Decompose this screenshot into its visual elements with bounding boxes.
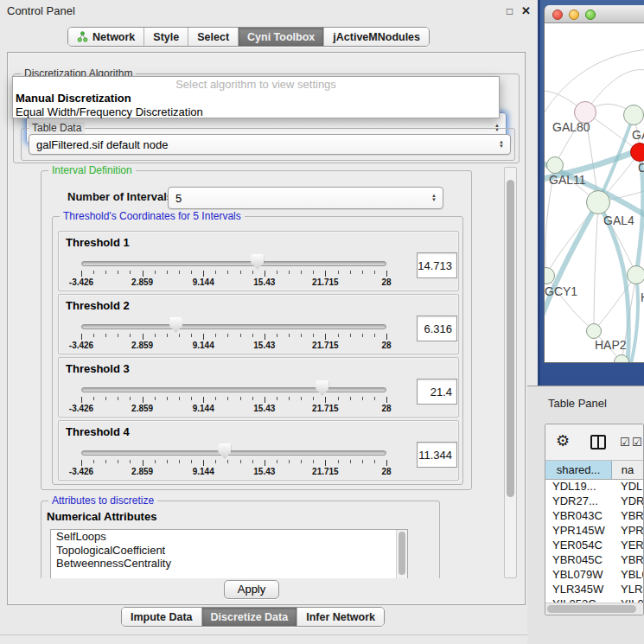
cell-name: YLR3 <box>612 583 643 597</box>
slider-track[interactable] <box>81 324 386 329</box>
table-row[interactable]: YDR27...YDR2 <box>545 494 643 509</box>
tab-select[interactable]: Select <box>188 28 239 46</box>
attribute-item[interactable]: BetweennessCentrality <box>51 557 407 571</box>
node-table: ⚙ ☑ ☑ shared... na YDL19...YDL1YDR27...Y… <box>545 424 644 615</box>
popup-option-manual-discretization[interactable]: Manual Discretization <box>13 92 499 105</box>
slider-thumb[interactable] <box>316 380 328 396</box>
popup-option-equal-width-frequency[interactable]: Equal Width/Frequency Discretization <box>13 105 499 119</box>
tab-jactivemnodules[interactable]: jActiveMNodules <box>324 28 429 46</box>
table-row[interactable]: YBR043CYBR0 <box>545 509 643 524</box>
split-columns-icon[interactable] <box>590 435 606 450</box>
table-data-select[interactable]: galFiltered.sif default node ▲▼ <box>29 134 511 155</box>
slider-tick-labels: -3.4262.8599.14415.4321.71528 <box>81 341 386 351</box>
tick-label: -3.426 <box>69 277 93 287</box>
network-canvas[interactable]: GAL80GACGAL11GAL4GCY1HHAP2 <box>545 23 644 363</box>
gear-icon[interactable]: ⚙ <box>556 432 570 450</box>
top-tab-bar: NetworkStyleSelectCyni ToolboxjActiveMNo… <box>67 27 430 47</box>
network-node-c[interactable] <box>630 143 644 162</box>
close-window-icon[interactable] <box>552 10 563 20</box>
number-of-intervals-select[interactable]: 5 ▲▼ <box>168 187 443 209</box>
cell-name: YDL1 <box>612 480 643 494</box>
settings-vertical-scrollbar[interactable] <box>504 167 517 578</box>
slider-track[interactable] <box>81 387 386 392</box>
slider-track[interactable] <box>81 261 386 266</box>
tab-style[interactable]: Style <box>144 28 188 46</box>
slider-ticks <box>81 397 386 404</box>
attributes-list-scrollbar[interactable] <box>396 530 407 578</box>
threshold-value-field[interactable]: 11.344 <box>417 442 457 468</box>
tick-label: 21.715 <box>312 277 339 287</box>
table-toolbar: ⚙ ☑ ☑ <box>545 424 643 461</box>
table-horizontal-scrollbar[interactable] <box>545 603 643 615</box>
minimize-window-icon[interactable] <box>569 10 579 20</box>
table-row[interactable]: YBR045CYBR0 <box>545 553 643 568</box>
network-node-h[interactable] <box>627 265 644 284</box>
close-icon[interactable]: ✕ <box>521 4 531 17</box>
number-of-intervals-value: 5 <box>175 192 182 205</box>
table-row[interactable]: YDL19...YDL1 <box>545 480 643 494</box>
checkbox-icon[interactable]: ☑ <box>632 436 642 449</box>
tab-label: Network <box>92 31 135 43</box>
network-window-titlebar[interactable] <box>545 5 644 23</box>
cell-name: YER0 <box>612 539 643 553</box>
slider-ticks <box>81 271 386 277</box>
tab-label: Discretize Data <box>211 611 289 623</box>
slider-thumb[interactable] <box>218 443 231 459</box>
threshold-value-field[interactable]: 6.316 <box>417 316 457 341</box>
cell-name: YBL0 <box>612 568 643 583</box>
node-label: GAL80 <box>552 120 590 134</box>
network-node-gal4[interactable] <box>586 190 610 214</box>
slider-thumb[interactable] <box>169 317 182 333</box>
slider-thumb[interactable] <box>251 254 264 270</box>
tab-network[interactable]: Network <box>68 28 144 46</box>
group-title-table-data: Table Data <box>29 122 85 135</box>
cell-shared-name: YLR345W <box>545 583 612 597</box>
attributes-list[interactable]: SelfLoopsTopologicalCoefficientBetweenne… <box>50 529 408 578</box>
slider-track[interactable] <box>81 450 386 456</box>
threshold-value-field[interactable]: 14.713 <box>417 252 457 278</box>
tick-label: 28 <box>381 404 391 413</box>
threshold-label: Threshold 1 <box>66 236 130 249</box>
table-row[interactable]: YBL079WYBL0 <box>545 568 643 583</box>
tick-label: -3.426 <box>69 341 93 350</box>
slider-tick-labels: -3.4262.8599.14415.4321.71528 <box>81 467 386 477</box>
network-node-hap2[interactable] <box>586 323 602 339</box>
table-row[interactable]: YER054CYER0 <box>545 539 643 553</box>
zoom-window-icon[interactable] <box>585 10 596 20</box>
group-title-attributes: Attributes to discretize <box>48 494 157 507</box>
threshold-label: Threshold 3 <box>66 362 130 375</box>
network-node-ga[interactable] <box>623 105 644 125</box>
slider-ticks <box>81 460 386 467</box>
node-label: HAP2 <box>595 338 627 352</box>
tab-label: Style <box>153 31 179 43</box>
tick-label: 2.859 <box>131 467 153 476</box>
tab-label: jActiveMNodules <box>333 31 420 43</box>
tick-label: 2.859 <box>131 341 153 350</box>
network-node-gal11[interactable] <box>546 156 564 174</box>
column-header-name[interactable]: na <box>612 461 643 479</box>
stepper-icon: ▲▼ <box>431 194 437 202</box>
table-row[interactable]: YPR145WYPR1 <box>545 524 643 539</box>
attribute-item[interactable]: SelfLoops <box>51 530 407 544</box>
checkbox-icon[interactable]: ☑ <box>620 436 630 449</box>
float-window-icon[interactable]: □ <box>507 5 513 17</box>
tab-discretize-data[interactable]: Discretize Data <box>202 608 298 626</box>
slider-tick-labels: -3.4262.8599.14415.4321.71528 <box>81 277 386 288</box>
tick-label: 9.144 <box>193 404 214 413</box>
tab-label: Infer Network <box>306 611 375 623</box>
attributes-group: Attributes to discretize Numerical Attri… <box>41 501 440 578</box>
column-header-shared-name[interactable]: shared... <box>545 461 612 479</box>
tab-impute-data[interactable]: Impute Data <box>122 608 202 626</box>
tab-infer-network[interactable]: Infer Network <box>297 608 384 626</box>
tab-cyni-toolbox[interactable]: Cyni Toolbox <box>239 28 324 46</box>
cell-shared-name: YBL079W <box>545 568 612 583</box>
threshold-panel: Threshold 2-3.4262.8599.14415.4321.71528… <box>58 294 459 354</box>
cell-shared-name: YDR27... <box>545 494 612 509</box>
table-row[interactable]: YLR345WYLR3 <box>545 583 643 597</box>
attribute-item[interactable]: TopologicalCoefficient <box>51 544 407 558</box>
group-title-interval-definition: Interval Definition <box>48 165 136 177</box>
bottom-tab-bar: Impute DataDiscretize DataInfer Network <box>121 607 385 627</box>
cell-shared-name: YPR145W <box>545 524 612 539</box>
apply-button[interactable]: Apply <box>224 580 279 599</box>
threshold-value-field[interactable]: 21.4 <box>417 379 457 405</box>
